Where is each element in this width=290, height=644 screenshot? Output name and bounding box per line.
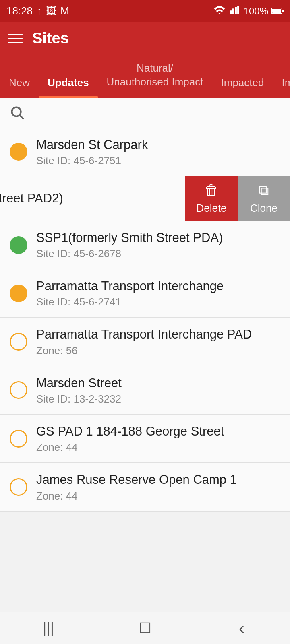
site-zone: Zone: 56 — [36, 345, 280, 357]
recent-icon: ||| — [43, 620, 54, 637]
status-dot — [10, 333, 27, 351]
list-item[interactable]: Marsden Street Site ID: 13-2-3232 — [0, 366, 290, 415]
home-icon: ☐ — [139, 620, 151, 637]
svg-rect-1 — [230, 10, 232, 14]
status-dot — [10, 143, 27, 161]
status-dot — [10, 236, 27, 254]
status-bar: 18:28 ↑ 🖼 M 100% — [0, 0, 290, 22]
image-icon: 🖼 — [46, 5, 56, 17]
hamburger-menu[interactable] — [8, 34, 23, 43]
trash-icon: 🗑 — [204, 182, 219, 199]
back-icon: ‹ — [239, 619, 244, 638]
svg-rect-2 — [232, 8, 234, 14]
swipe-row: erly Smith Street PAD2) 🗑 Delete ⧉ Clone — [0, 176, 290, 221]
status-dot — [10, 381, 27, 399]
list-item[interactable]: Marsden St Carpark Site ID: 45-6-2751 — [0, 128, 290, 176]
upload-icon: ↑ — [37, 5, 42, 17]
list-item[interactable]: Parramatta Transport Interchange Site ID… — [0, 269, 290, 318]
site-name: Parramatta Transport Interchange PAD — [36, 326, 280, 343]
delete-button[interactable]: 🗑 Delete — [185, 176, 238, 221]
battery-level: 100% — [244, 6, 268, 17]
sites-list: Marsden St Carpark Site ID: 45-6-2751 er… — [0, 128, 290, 512]
site-zone: Zone: 44 — [36, 490, 280, 502]
site-id: Site ID: 13-2-3232 — [36, 393, 280, 405]
site-name: erly Smith Street PAD2) — [0, 190, 176, 206]
status-dot — [10, 285, 27, 302]
swipe-actions: 🗑 Delete ⧉ Clone — [185, 176, 290, 221]
list-item[interactable]: SSP1(formerly Smith Street PDA) Site ID:… — [0, 221, 290, 269]
recent-apps-button[interactable]: ||| — [28, 612, 68, 644]
tab-imported[interactable]: Imported — [273, 69, 290, 98]
search-bar — [0, 98, 290, 128]
svg-rect-4 — [237, 6, 239, 14]
svg-rect-6 — [282, 10, 284, 12]
back-button[interactable]: ‹ — [222, 612, 262, 644]
svg-point-0 — [218, 13, 220, 14]
battery-icon — [271, 6, 284, 17]
tab-new[interactable]: New — [0, 69, 39, 98]
signal-icon — [229, 6, 240, 17]
status-dot — [10, 478, 27, 496]
site-name: Parramatta Transport Interchange — [36, 278, 280, 294]
tab-bar: New Updates Natural/Unauthorised Impact … — [0, 54, 290, 98]
wifi-icon — [213, 6, 226, 17]
site-zone: Zone: 44 — [36, 441, 280, 454]
tab-impacted[interactable]: Impacted — [212, 69, 273, 98]
tab-natural[interactable]: Natural/Unauthorised Impact — [98, 54, 212, 98]
site-id: Site ID: 45-6-2741 — [36, 296, 280, 308]
site-id: Site ID: 45-6-2751 — [36, 155, 280, 167]
mail-icon: M — [60, 5, 69, 17]
site-name: James Ruse Reserve Open Camp 1 — [36, 472, 280, 488]
site-name: GS PAD 1 184-188 George Street — [36, 423, 280, 440]
site-id: Site ID: 45-6-2678 — [36, 248, 280, 260]
svg-line-9 — [20, 115, 23, 118]
svg-rect-3 — [235, 7, 237, 14]
list-item[interactable]: GS PAD 1 184-188 George Street Zone: 44 — [0, 415, 290, 463]
site-name: Marsden Street — [36, 375, 280, 391]
bottom-navigation: ||| ☐ ‹ — [0, 612, 290, 644]
search-icon — [10, 105, 25, 120]
status-dot — [10, 430, 27, 448]
page-title: Sites — [32, 30, 69, 47]
clone-icon: ⧉ — [259, 182, 269, 199]
list-item[interactable]: James Ruse Reserve Open Camp 1 Zone: 44 — [0, 463, 290, 511]
clone-button[interactable]: ⧉ Clone — [238, 176, 290, 221]
list-item[interactable]: Parramatta Transport Interchange PAD Zon… — [0, 318, 290, 366]
tab-updates[interactable]: Updates — [39, 69, 98, 98]
svg-rect-7 — [272, 9, 281, 13]
list-item[interactable]: erly Smith Street PAD2) — [0, 176, 185, 221]
status-time: 18:28 — [6, 5, 33, 17]
app-header: Sites — [0, 22, 290, 54]
home-button[interactable]: ☐ — [125, 612, 165, 644]
site-name: SSP1(formerly Smith Street PDA) — [36, 230, 280, 246]
site-name: Marsden St Carpark — [36, 137, 280, 153]
